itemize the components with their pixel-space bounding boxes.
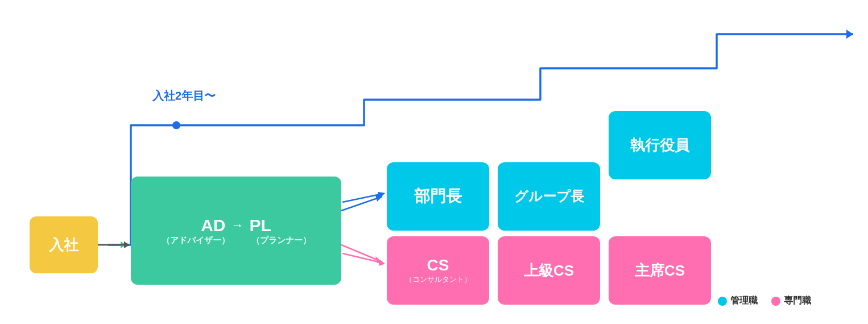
svg-marker-7 [375, 256, 382, 263]
svg-marker-11 [378, 192, 385, 199]
legend-senmon: 専門職 [771, 295, 811, 307]
entry-box: 入社 [30, 216, 98, 273]
svg-marker-0 [846, 30, 853, 39]
adpl-main: AD → PL [201, 216, 271, 235]
svg-line-10 [342, 194, 383, 202]
entry-label: 入社 [49, 235, 78, 255]
kanri-dot [718, 297, 727, 306]
svg-marker-13 [378, 259, 385, 266]
legend: 管理職 専門職 [718, 295, 811, 307]
cs-label: CS [427, 256, 449, 274]
group-label: グループ長 [514, 187, 584, 206]
svg-line-12 [342, 253, 383, 263]
jokyu-box: 上級CS [498, 236, 600, 305]
kanri-text: 管理職 [730, 295, 758, 307]
career-diagram: 入社2年目〜 入社 AD → PL （アドバイザー） （プランナー） 部門長 C… [0, 0, 868, 324]
legend-kanri: 管理職 [718, 295, 758, 307]
jokyu-label: 上級CS [524, 261, 574, 281]
svg-marker-5 [375, 195, 382, 202]
ad-label: AD [201, 216, 225, 235]
svg-marker-9 [124, 241, 130, 248]
adpl-sub: （アドバイザー） （プランナー） [162, 235, 311, 246]
svg-point-1 [172, 121, 180, 129]
ad-pl-arrow: → [232, 218, 244, 233]
senmon-dot [771, 297, 780, 306]
shikko-box: 執行役員 [609, 111, 711, 179]
svg-line-6 [341, 245, 382, 262]
adpl-box: AD → PL （アドバイザー） （プランナー） [131, 177, 341, 285]
cs-sub: （コンサルタント） [405, 274, 472, 285]
pl-sub: （プランナー） [251, 235, 311, 246]
ad-sub: （アドバイザー） [162, 235, 230, 246]
shikko-label: 執行役員 [630, 136, 689, 155]
bumoncho-box: 部門長 [387, 162, 489, 231]
group-box: グループ長 [498, 162, 600, 231]
senmon-text: 専門職 [784, 295, 811, 307]
svg-marker-3 [121, 241, 126, 248]
cs-box: CS （コンサルタント） [387, 236, 489, 305]
svg-line-4 [341, 196, 382, 211]
bumoncho-label: 部門長 [414, 186, 462, 207]
year2-label: 入社2年目〜 [152, 88, 216, 104]
shuseki-box: 主席CS [609, 236, 711, 305]
shuseki-label: 主席CS [635, 261, 685, 281]
pl-label: PL [250, 216, 271, 235]
